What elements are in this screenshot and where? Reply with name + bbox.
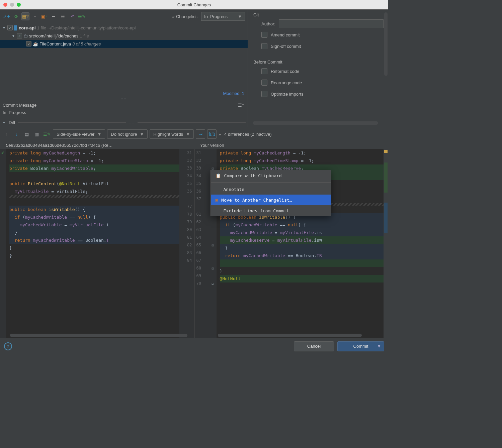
checkbox[interactable]: ✓ xyxy=(7,25,13,30)
diff-right-pane[interactable]: 3132333435363761626364656667686970 ☑☑☑☑ … xyxy=(194,149,389,338)
sync-scroll-icon[interactable]: ⇅⇅ xyxy=(207,129,217,139)
twisty-icon[interactable]: ▼ xyxy=(11,34,15,38)
commit-button[interactable]: Commit ▼ xyxy=(337,341,384,351)
tree-dir[interactable]: src/com/intellij/ide/caches xyxy=(29,33,78,38)
ctx-move-changelist[interactable]: ▣Move to Another Changelist… xyxy=(211,195,331,205)
reformat-checkbox[interactable] xyxy=(261,68,267,74)
tree-file-row[interactable]: ✓ ☕ FileContent.java 3 of 5 changes xyxy=(0,40,248,48)
ctx-exclude-lines[interactable]: Exclude Lines from Commit xyxy=(211,205,331,216)
rearrange-checkbox[interactable] xyxy=(261,80,267,86)
diff-count: 4 differences (2 inactive) xyxy=(224,132,271,137)
clipboard-icon: 📋 xyxy=(216,173,221,178)
folder-icon: 🗀 xyxy=(23,33,28,38)
viewer-mode-select[interactable]: Side-by-side viewer▼ xyxy=(53,129,105,139)
right-revision-title: Your version xyxy=(194,141,230,149)
undo-icon[interactable]: ↶ xyxy=(68,12,76,20)
left-revision-title: 5e8332b2ad63484aa1d66de356572d7fbd7f04c6… xyxy=(0,141,194,149)
twisty-icon[interactable]: ▼ xyxy=(2,121,6,124)
history-icon[interactable]: ☲⁺ xyxy=(237,101,245,109)
diff-section-label: Diff xyxy=(9,120,15,125)
titlebar: Commit Changes xyxy=(0,0,388,9)
group-by-icon[interactable]: ▦? xyxy=(21,12,29,20)
amend-checkbox[interactable] xyxy=(261,32,267,38)
h-scrollbar[interactable] xyxy=(253,121,378,125)
checkbox[interactable]: ✓ xyxy=(26,41,31,46)
commit-toolbar: ➚✦ ⟳ ▦? ＋ ▣+ ━ ☵ ↶ ☲✎ » Changelist: In_P… xyxy=(0,10,248,23)
apply-icon[interactable]: ☲✎ xyxy=(43,130,51,138)
java-file-icon: ☕ xyxy=(33,41,38,46)
new-changelist-icon[interactable]: ▣+ xyxy=(40,12,48,20)
expand-all-icon[interactable]: ☵ xyxy=(59,12,67,20)
window-title: Commit Changes xyxy=(0,2,388,7)
h-scrollbar[interactable] xyxy=(10,334,187,337)
optimize-checkbox[interactable] xyxy=(261,91,267,97)
resize-grip[interactable]: :::: xyxy=(0,97,248,101)
author-input[interactable] xyxy=(279,19,384,28)
cancel-button[interactable]: Cancel xyxy=(294,341,334,351)
remove-icon[interactable]: ━ xyxy=(50,12,58,20)
commit-message-input[interactable]: In_Progress xyxy=(0,109,248,118)
context-menu[interactable]: 📋Compare with Clipboard Annotate ▣Move t… xyxy=(211,170,331,216)
prev-diff-icon: ↑ xyxy=(3,130,11,138)
diff-toolbar: ↑ ↓ ▤ ▥ ☲✎ Side-by-side viewer▼ Do not i… xyxy=(0,127,388,141)
highlight-select[interactable]: Highlight words▼ xyxy=(150,129,194,139)
module-icon: ▉ xyxy=(14,25,17,30)
before-commit-title: Before Commit xyxy=(253,60,384,65)
modified-count: Modified: 1 xyxy=(0,90,248,97)
changelist-icon: ▣ xyxy=(216,198,218,203)
checkbox[interactable]: ✓ xyxy=(17,33,22,38)
tree-file[interactable]: FileContent.java xyxy=(39,41,71,46)
twisty-icon[interactable]: ▼ xyxy=(2,26,6,30)
import-icon[interactable]: ▥ xyxy=(33,130,41,138)
next-diff-icon[interactable]: ↓ xyxy=(13,130,21,138)
author-label: Author: xyxy=(261,21,275,26)
commit-message-label: Commit Message xyxy=(3,103,36,108)
ctx-annotate[interactable]: Annotate xyxy=(211,184,331,195)
ctx-compare-clipboard[interactable]: 📋Compare with Clipboard xyxy=(211,170,331,181)
help-button[interactable]: ? xyxy=(4,342,12,350)
show-diff-icon[interactable]: ➚✦ xyxy=(3,12,11,20)
collapse-icon[interactable]: ⇥ xyxy=(196,129,205,139)
changelist-select[interactable]: In_Progress▼ xyxy=(201,12,245,21)
changelist-action-icon[interactable]: ☲✎ xyxy=(78,12,86,20)
git-section-title: Git xyxy=(253,12,384,17)
overview-ruler[interactable] xyxy=(384,149,388,338)
tree-module[interactable]: core-api xyxy=(19,25,36,30)
refresh-icon[interactable]: ⟳ xyxy=(12,12,20,20)
add-icon[interactable]: ＋ xyxy=(31,12,39,20)
git-options-panel: Git Author: Amend commit Sign-off commit… xyxy=(248,10,388,127)
scrollbar[interactable] xyxy=(384,12,388,76)
changelist-label: Changelist: xyxy=(176,14,198,19)
ignore-select[interactable]: Do not ignore▼ xyxy=(107,129,148,139)
export-icon[interactable]: ▤ xyxy=(23,130,31,138)
changes-tree[interactable]: ▼ ✓ ▉ core-api 1 file ~/Desktop/intellij… xyxy=(0,23,248,90)
h-scrollbar[interactable] xyxy=(218,334,362,337)
diff-left-pane[interactable]: ✔ private long myCachedLength = -1;priva… xyxy=(0,149,194,338)
signoff-checkbox[interactable] xyxy=(261,43,267,49)
ok-icon: ✔ xyxy=(1,150,4,155)
